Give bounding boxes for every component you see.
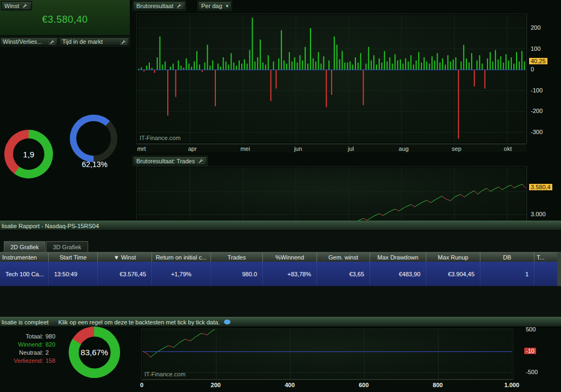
trade-stats: Totaal:980Winnend:820Neutraal:2Verliezen… xyxy=(4,333,61,365)
brutoresultaat-panel-header[interactable]: Brutoresultaat xyxy=(133,1,186,10)
winst-panel-header[interactable]: Winst xyxy=(1,1,32,10)
brutoresultaat-title: Brutoresultaat xyxy=(136,3,173,9)
wrench-icon[interactable] xyxy=(22,3,29,9)
x-axis-label: 800 xyxy=(433,382,443,388)
trades-chart-title: Brutoresultaat: Trades xyxy=(136,158,195,164)
daily-result-bar-chart[interactable]: IT-Finance.com xyxy=(137,14,526,143)
daily-chart-x-axis: mrtaprmeijunjulaugsepokt xyxy=(137,144,526,152)
x-axis-label: aug xyxy=(399,145,408,152)
line-chart-canvas xyxy=(137,167,526,221)
x-axis-label: 400 xyxy=(285,382,294,388)
cell-winnend: +83,78% xyxy=(263,262,317,286)
column-header-trades[interactable]: Trades xyxy=(211,253,263,262)
tab-2d-grafiek[interactable]: 2D Grafiek xyxy=(4,241,45,252)
cell-db: 1 xyxy=(480,262,534,286)
optimization-report-window: lisatie Rapport - Nasdaq-PS-15RS04 2D Gr… xyxy=(0,221,561,317)
stat-totaal: Totaal:980 xyxy=(4,333,61,341)
trading-platform: Winst €3.580,40 Winst/Verlies... Tijd in… xyxy=(0,0,561,392)
x-axis-label: 200 xyxy=(211,382,221,388)
column-header-winst[interactable]: ▼ Winst xyxy=(98,253,152,262)
column-header-winnend[interactable]: %Winnend xyxy=(263,253,317,262)
y-axis-label: -100 xyxy=(531,87,543,94)
line-chart-canvas xyxy=(142,329,512,379)
y-axis-label: 100 xyxy=(531,45,540,52)
cell-start-time: 13:50:49 xyxy=(49,262,98,286)
y-axis-label: 0 xyxy=(531,66,534,72)
tijd-in-markt-pct: 62,13% xyxy=(70,160,120,169)
tab-3d-grafiek[interactable]: 3D Grafiek xyxy=(46,241,88,252)
x-axis-label: sep xyxy=(452,145,461,152)
results-table-row-selected[interactable]: Tech 100 Ca...13:50:49€3.576,45+1,79%980… xyxy=(0,262,561,286)
x-axis-label: apr xyxy=(188,145,197,152)
tijd-in-markt-donut xyxy=(70,115,117,162)
period-dropdown[interactable]: Per dag ▾ xyxy=(198,1,232,10)
watermark: IT-Finance.com xyxy=(140,135,181,141)
table-scrollbar[interactable] xyxy=(557,253,561,286)
x-axis-label: 1.000 xyxy=(504,382,519,388)
column-header-start-time[interactable]: Start Time xyxy=(49,253,98,262)
x-axis-label: jul xyxy=(348,145,354,152)
wrench-icon[interactable] xyxy=(197,158,204,164)
x-axis-label: 600 xyxy=(359,382,368,388)
winst-verlies-donut: 1,9 xyxy=(4,130,53,178)
last-value-badge: 3.580,4 xyxy=(529,183,553,191)
chevron-down-icon: ▾ xyxy=(226,3,229,9)
donut-hole xyxy=(76,121,111,156)
cell-instrument: Tech 100 Ca... xyxy=(0,262,49,286)
column-header-gem-winst[interactable]: Gem. winst xyxy=(317,253,370,262)
trades-equity-chart[interactable] xyxy=(137,167,526,221)
x-axis-label: jun xyxy=(294,145,302,152)
backtest-chart-x-axis: 02004006008001.000 xyxy=(142,379,513,390)
stat-winnend: Winnend:820 xyxy=(4,341,61,349)
cell-trades: 980.0 xyxy=(211,262,263,286)
stat-neutraal: Neutraal:2 xyxy=(4,349,61,357)
report-tabs: 2D Grafiek 3D Grafiek xyxy=(0,241,561,253)
last-value-badge: -10 xyxy=(524,347,537,355)
wrench-icon[interactable] xyxy=(176,3,182,9)
status-text: lisatie is compleet xyxy=(2,319,49,325)
daily-chart-y-axis: 2001000-100-200-30040,25 xyxy=(526,14,561,143)
last-value-badge: 40,25 xyxy=(529,57,548,65)
winst-title: Winst xyxy=(4,3,19,9)
stat-verliezend: Verliezend:158 xyxy=(4,357,61,365)
winrate-pct: 83,67% xyxy=(69,327,120,378)
winrate-donut: 83,67% xyxy=(69,327,120,378)
backtest-equity-chart[interactable]: IT-Finance.com xyxy=(142,329,513,380)
y-axis-label: 3.000 xyxy=(531,211,546,217)
column-header-instrument[interactable]: Instrumenten xyxy=(0,253,49,262)
status-hint: Klik op een regel om deze te backtesten … xyxy=(58,319,220,325)
backtest-window: lisatie is compleet Klik op een regel om… xyxy=(0,317,561,392)
cell-max-drawdown: €483,90 xyxy=(370,262,426,286)
column-header-return-initial[interactable]: Return on initial c... xyxy=(152,253,211,262)
y-axis-label: -200 xyxy=(531,108,543,114)
results-table-header: InstrumentenStart Time▼ WinstReturn on i… xyxy=(0,253,561,262)
column-header-max-drawdown[interactable]: Max Drawdown xyxy=(370,253,426,262)
x-axis-label: okt xyxy=(504,145,512,152)
cell-return-initial: +1,79% xyxy=(152,262,211,286)
total-profit-value: €3.580,40 xyxy=(0,14,130,25)
y-axis-label: -500 xyxy=(526,369,538,375)
winst-verlies-title: Winst/Verlies... xyxy=(3,38,42,45)
x-axis-label: mrt xyxy=(137,145,146,152)
speech-bubble-icon xyxy=(224,320,230,324)
y-axis-label: 500 xyxy=(526,326,536,333)
wrench-icon[interactable] xyxy=(120,39,127,45)
backtest-chart-y-axis: 500-500-10 xyxy=(522,329,560,380)
winst-verlies-ratio: 1,9 xyxy=(4,130,53,178)
x-axis-label: 0 xyxy=(140,382,143,388)
column-header-db[interactable]: DB xyxy=(480,253,534,262)
report-window-title[interactable]: lisatie Rapport - Nasdaq-PS-15RS04 xyxy=(0,221,561,231)
watermark: IT-Finance.com xyxy=(144,371,186,377)
panel-winst: Winst €3.580,40 xyxy=(0,0,130,36)
column-header-max-runup[interactable]: Max Runup xyxy=(426,253,480,262)
trades-chart-panel-header[interactable]: Brutoresultaat: Trades xyxy=(133,156,207,165)
y-axis-label: 200 xyxy=(531,24,540,31)
period-dropdown-label: Per dag xyxy=(201,3,222,9)
tijd-title: Tijd in de markt xyxy=(62,38,103,45)
winst-verlies-panel-header[interactable]: Winst/Verlies... xyxy=(0,37,58,46)
cell-max-runup: €3.904,45 xyxy=(426,262,480,286)
tijd-panel-header[interactable]: Tijd in de markt xyxy=(60,37,129,46)
wrench-icon[interactable] xyxy=(49,39,55,45)
cell-gem-winst: €3,65 xyxy=(317,262,370,286)
trades-chart-y-axis: 3.0003.580,4 xyxy=(526,167,561,221)
